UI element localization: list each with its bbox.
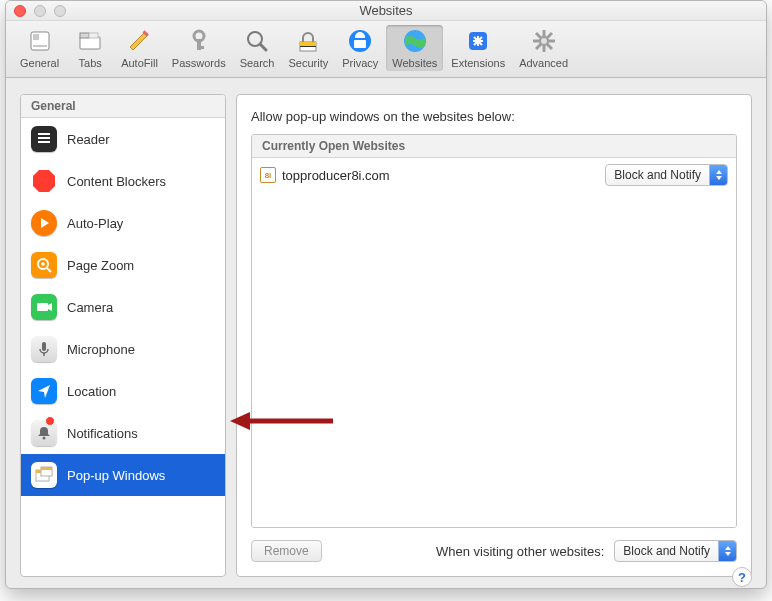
notifications-badge-icon — [45, 416, 55, 426]
select-stepper-icon — [709, 165, 727, 185]
toolbar-tab-extensions[interactable]: Extensions — [445, 25, 511, 71]
settings-sidebar: General Reader Content Blockers Auto-Pla… — [20, 94, 226, 577]
sidebar-item-content-blockers[interactable]: Content Blockers — [21, 160, 225, 202]
camera-icon — [31, 294, 57, 320]
help-glyph: ? — [738, 570, 746, 585]
select-value: Block and Notify — [606, 165, 709, 185]
website-row[interactable]: 8i topproducer8i.com Block and Notify — [252, 158, 736, 192]
sidebar-item-popup-windows[interactable]: Pop-up Windows — [21, 454, 225, 496]
websites-list: Currently Open Websites 8i topproducer8i… — [251, 134, 737, 528]
reader-icon — [31, 126, 57, 152]
toolbar-tab-extensions-label: Extensions — [451, 57, 505, 69]
toolbar-tab-passwords-label: Passwords — [172, 57, 226, 69]
extensions-icon — [464, 27, 492, 55]
svg-rect-16 — [354, 40, 366, 48]
svg-rect-36 — [42, 342, 46, 351]
svg-rect-13 — [300, 42, 316, 46]
tabs-icon — [76, 27, 104, 55]
toolbar-tab-search-label: Search — [240, 57, 275, 69]
remove-button-label: Remove — [264, 544, 309, 558]
auto-play-icon — [31, 210, 57, 236]
help-button[interactable]: ? — [732, 567, 752, 587]
svg-marker-35 — [48, 303, 52, 311]
passwords-icon — [185, 27, 213, 55]
sidebar-item-location[interactable]: Location — [21, 370, 225, 412]
privacy-icon — [346, 27, 374, 55]
settings-footer: Remove When visiting other websites: Blo… — [251, 528, 737, 562]
svg-marker-29 — [41, 218, 49, 228]
other-websites-select[interactable]: Block and Notify — [614, 540, 737, 562]
svg-rect-14 — [300, 46, 316, 47]
toolbar-tab-tabs[interactable]: Tabs — [67, 25, 113, 71]
microphone-icon — [31, 336, 57, 362]
svg-point-39 — [43, 437, 46, 440]
location-icon — [31, 378, 57, 404]
sidebar-item-reader[interactable]: Reader — [21, 118, 225, 160]
sidebar-item-page-zoom[interactable]: Page Zoom — [21, 244, 225, 286]
select-value: Block and Notify — [615, 541, 718, 561]
svg-line-31 — [47, 268, 51, 272]
sidebar-item-notifications[interactable]: Notifications — [21, 412, 225, 454]
svg-rect-3 — [80, 37, 100, 49]
svg-marker-28 — [33, 170, 55, 192]
security-icon — [294, 27, 322, 55]
svg-rect-9 — [197, 46, 204, 49]
site-favicon-icon: 8i — [260, 167, 276, 183]
svg-rect-5 — [89, 33, 98, 38]
sidebar-item-label: Notifications — [67, 426, 138, 441]
main-settings-pane: Allow pop-up windows on the websites bel… — [236, 94, 752, 577]
window-title: Websites — [6, 3, 766, 18]
toolbar-tab-autofill[interactable]: AutoFill — [115, 25, 164, 71]
preferences-window: Websites General Tabs AutoFill Passwords — [5, 0, 767, 589]
search-icon — [243, 27, 271, 55]
sidebar-item-label: Pop-up Windows — [67, 468, 165, 483]
toolbar-tab-websites-label: Websites — [392, 57, 437, 69]
svg-rect-34 — [37, 303, 48, 311]
sidebar-section-header: General — [21, 95, 225, 118]
general-icon — [26, 27, 54, 55]
content-blockers-icon — [31, 168, 57, 194]
other-websites-label: When visiting other websites: — [436, 544, 604, 559]
preferences-toolbar: General Tabs AutoFill Passwords Search — [6, 21, 766, 78]
sidebar-item-label: Auto-Play — [67, 216, 123, 231]
toolbar-tab-privacy[interactable]: Privacy — [336, 25, 384, 71]
toolbar-tab-privacy-label: Privacy — [342, 57, 378, 69]
websites-icon — [401, 27, 429, 55]
toolbar-tab-search[interactable]: Search — [234, 25, 281, 71]
svg-marker-38 — [38, 385, 50, 398]
remove-button[interactable]: Remove — [251, 540, 322, 562]
autofill-icon — [125, 27, 153, 55]
toolbar-tab-general-label: General — [20, 57, 59, 69]
sidebar-item-label: Microphone — [67, 342, 135, 357]
titlebar: Websites — [6, 1, 766, 21]
toolbar-tab-passwords[interactable]: Passwords — [166, 25, 232, 71]
svg-rect-4 — [80, 33, 89, 38]
toolbar-tab-general[interactable]: General — [14, 25, 65, 71]
sidebar-item-label: Location — [67, 384, 116, 399]
sidebar-item-auto-play[interactable]: Auto-Play — [21, 202, 225, 244]
sidebar-item-label: Reader — [67, 132, 110, 147]
sidebar-item-camera[interactable]: Camera — [21, 286, 225, 328]
toolbar-tab-advanced[interactable]: Advanced — [513, 25, 574, 71]
svg-point-24 — [541, 38, 547, 44]
website-domain: topproducer8i.com — [282, 168, 605, 183]
svg-rect-43 — [41, 467, 52, 470]
website-setting-select[interactable]: Block and Notify — [605, 164, 728, 186]
sidebar-item-label: Page Zoom — [67, 258, 134, 273]
list-body: 8i topproducer8i.com Block and Notify — [252, 158, 736, 527]
toolbar-tab-security-label: Security — [288, 57, 328, 69]
toolbar-tab-advanced-label: Advanced — [519, 57, 568, 69]
page-zoom-icon — [31, 252, 57, 278]
toolbar-tab-websites[interactable]: Websites — [386, 25, 443, 71]
svg-rect-1 — [33, 34, 39, 40]
list-section-header: Currently Open Websites — [252, 135, 736, 158]
sidebar-item-label: Content Blockers — [67, 174, 166, 189]
select-stepper-icon — [718, 541, 736, 561]
instruction-text: Allow pop-up windows on the websites bel… — [251, 109, 737, 124]
toolbar-tab-tabs-label: Tabs — [79, 57, 102, 69]
sidebar-item-label: Camera — [67, 300, 113, 315]
svg-line-11 — [260, 44, 266, 50]
toolbar-tab-security[interactable]: Security — [282, 25, 334, 71]
advanced-icon — [530, 27, 558, 55]
sidebar-item-microphone[interactable]: Microphone — [21, 328, 225, 370]
